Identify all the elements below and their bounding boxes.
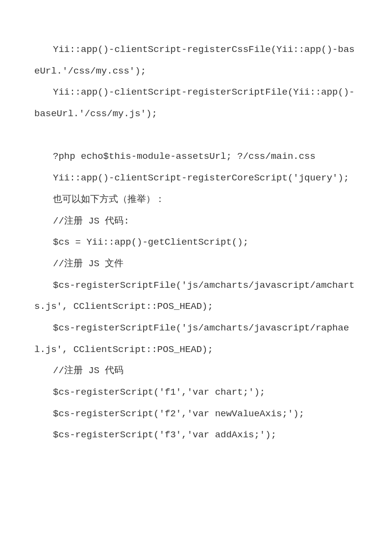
code-line: $cs-registerScript('f3','var addAxis;');: [34, 425, 358, 446]
code-line: $cs-registerScript('f1','var chart;');: [34, 382, 358, 404]
code-line: $cs = Yii::app()-getClientScript();: [34, 232, 358, 253]
code-line: //注册 JS 文件: [34, 253, 358, 275]
document-page: Yii::app()-clientScript-registerCssFile(…: [0, 0, 392, 555]
code-line: //注册 JS 代码:: [34, 211, 358, 232]
code-line: Yii::app()-clientScript-registerCoreScri…: [34, 168, 358, 189]
code-line: $cs-registerScript('f2','var newValueAxi…: [34, 404, 358, 425]
code-line: ?php echo$this-module-assetsUrl; ?/css/m…: [34, 146, 358, 168]
code-line: //注册 JS 代码: [34, 360, 358, 382]
code-line: 也可以如下方式（推举）：: [34, 189, 358, 211]
code-line: Yii::app()-clientScript-registerScriptFi…: [34, 82, 358, 125]
code-line: $cs-registerScriptFile('js/amcharts/java…: [34, 275, 358, 318]
code-line: [34, 125, 358, 147]
code-line: $cs-registerScriptFile('js/amcharts/java…: [34, 318, 358, 360]
code-line: Yii::app()-clientScript-registerCssFile(…: [34, 39, 358, 82]
